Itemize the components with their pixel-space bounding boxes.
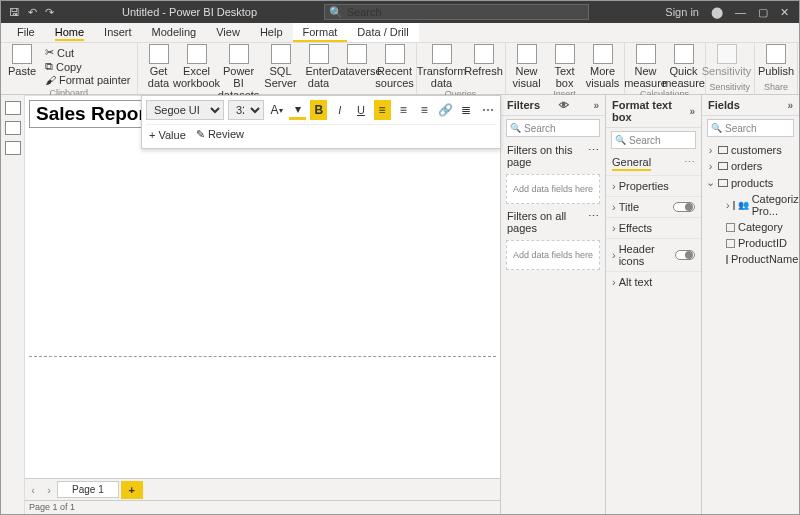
font-size-select[interactable]: 32 bbox=[228, 100, 264, 120]
tab-insert[interactable]: Insert bbox=[94, 23, 142, 42]
prop-effects[interactable]: Effects bbox=[606, 217, 701, 238]
link-button[interactable]: 🔗 bbox=[437, 100, 454, 120]
recent-sources-button[interactable]: Recent sources bbox=[378, 44, 412, 89]
tab-home[interactable]: Home bbox=[45, 23, 94, 42]
close-icon[interactable]: ✕ bbox=[780, 6, 789, 19]
tab-format[interactable]: Format bbox=[293, 23, 348, 42]
text-box-button[interactable]: Text box bbox=[548, 44, 582, 89]
ribbon-tabs: File Home Insert Modeling View Help Form… bbox=[1, 23, 799, 43]
font-family-select[interactable]: Segoe UI bbox=[146, 100, 224, 120]
group-share-label: Share bbox=[759, 82, 793, 93]
prop-properties[interactable]: Properties bbox=[606, 175, 701, 196]
report-canvas[interactable]: Sales Report Segoe UI 32 A▾ ▾ B I U ≡ ≡ … bbox=[25, 95, 500, 478]
filters-all-dropzone[interactable]: Add data fields here bbox=[506, 240, 600, 270]
minimize-icon[interactable]: — bbox=[735, 6, 746, 18]
dataverse-button[interactable]: Dataverse bbox=[340, 44, 374, 77]
list-button[interactable]: ≣ bbox=[458, 100, 475, 120]
excel-button[interactable]: Excel workbook bbox=[180, 44, 214, 89]
global-search[interactable]: 🔍 Search bbox=[324, 4, 589, 20]
review-button[interactable]: ✎ Review bbox=[196, 128, 244, 141]
page-next-icon[interactable]: › bbox=[41, 484, 57, 496]
filters-page-dropzone[interactable]: Add data fields here bbox=[506, 174, 600, 204]
format-search[interactable]: Search bbox=[611, 131, 696, 149]
field-categorized[interactable]: ›👥Categorized Pro... bbox=[706, 191, 795, 219]
tab-help[interactable]: Help bbox=[250, 23, 293, 42]
view-rail bbox=[1, 95, 25, 514]
filters-search[interactable]: Search bbox=[506, 119, 600, 137]
title-toggle[interactable] bbox=[673, 202, 695, 212]
tab-file[interactable]: File bbox=[7, 23, 45, 42]
filters-all-pages-label: Filters on all pages⋯ bbox=[501, 206, 605, 238]
textbox-sales-report[interactable]: Sales Report bbox=[29, 100, 159, 128]
maximize-icon[interactable]: ▢ bbox=[758, 6, 768, 19]
field-productname[interactable]: ProductName bbox=[706, 251, 795, 267]
ribbon: Paste ✂ Cut ⧉ Copy 🖌 Format painter Clip… bbox=[1, 43, 799, 95]
font-color-button[interactable]: A▾ bbox=[268, 100, 285, 120]
format-general-tab[interactable]: General bbox=[612, 156, 651, 171]
fields-collapse-icon[interactable]: » bbox=[787, 100, 793, 111]
table-customers[interactable]: ›customers bbox=[706, 142, 795, 158]
fields-heading: Fields bbox=[708, 99, 740, 111]
sql-server-button[interactable]: SQL Server bbox=[264, 44, 298, 89]
field-category[interactable]: Category bbox=[706, 219, 795, 235]
align-right-button[interactable]: ≡ bbox=[416, 100, 433, 120]
filters-collapse-icon[interactable]: » bbox=[593, 100, 599, 111]
transform-data-button[interactable]: Transform data bbox=[421, 44, 463, 89]
data-view-icon[interactable] bbox=[5, 121, 21, 135]
window-title: Untitled - Power BI Desktop bbox=[122, 6, 257, 18]
copy-button[interactable]: ⧉ Copy bbox=[45, 60, 131, 73]
undo-icon[interactable]: ↶ bbox=[28, 6, 37, 19]
table-icon bbox=[718, 146, 728, 154]
paste-button[interactable]: Paste bbox=[5, 44, 39, 77]
fields-search[interactable]: Search bbox=[707, 119, 794, 137]
align-left-button[interactable]: ≡ bbox=[374, 100, 391, 120]
text-format-toolbar: Segoe UI 32 A▾ ▾ B I U ≡ ≡ ≡ 🔗 ≣ ⋯ + Val… bbox=[141, 95, 501, 149]
publish-button[interactable]: Publish bbox=[759, 44, 793, 77]
more-button[interactable]: ⋯ bbox=[479, 100, 496, 120]
report-view-icon[interactable] bbox=[5, 101, 21, 115]
signin-link[interactable]: Sign in bbox=[665, 6, 699, 18]
status-bar: Page 1 of 1 bbox=[25, 500, 500, 514]
underline-button[interactable]: U bbox=[352, 100, 369, 120]
bold-button[interactable]: B bbox=[310, 100, 327, 120]
tab-datadrill[interactable]: Data / Drill bbox=[347, 23, 418, 42]
new-measure-button[interactable]: New measure bbox=[629, 44, 663, 89]
more-visuals-button[interactable]: More visuals bbox=[586, 44, 620, 89]
format-heading: Format text box bbox=[612, 99, 689, 123]
italic-button[interactable]: I bbox=[331, 100, 348, 120]
new-visual-button[interactable]: New visual bbox=[510, 44, 544, 89]
filters-visibility-icon[interactable]: 👁 bbox=[559, 100, 569, 111]
canvas-divider bbox=[29, 356, 496, 357]
enter-data-button[interactable]: Enter data bbox=[302, 44, 336, 89]
table-products[interactable]: ⌄products bbox=[706, 174, 795, 191]
filters-on-page-label: Filters on this page⋯ bbox=[501, 140, 605, 172]
model-view-icon[interactable] bbox=[5, 141, 21, 155]
field-productid[interactable]: ProductID bbox=[706, 235, 795, 251]
add-value-button[interactable]: + Value bbox=[149, 129, 186, 141]
table-icon bbox=[718, 162, 728, 170]
format-painter-button[interactable]: 🖌 Format painter bbox=[45, 74, 131, 86]
format-more-icon[interactable]: ⋯ bbox=[684, 156, 695, 169]
refresh-button[interactable]: Refresh bbox=[467, 44, 501, 77]
pbi-datasets-button[interactable]: Power BI datasets bbox=[218, 44, 260, 101]
cut-button[interactable]: ✂ Cut bbox=[45, 46, 131, 59]
add-page-button[interactable]: + bbox=[121, 481, 143, 499]
tab-view[interactable]: View bbox=[206, 23, 250, 42]
page-prev-icon[interactable]: ‹ bbox=[25, 484, 41, 496]
prop-header-icons[interactable]: Header icons bbox=[606, 238, 701, 271]
quick-measure-button[interactable]: Quick measure bbox=[667, 44, 701, 89]
prop-alt-text[interactable]: Alt text bbox=[606, 271, 701, 292]
prop-title[interactable]: Title bbox=[606, 196, 701, 217]
get-data-button[interactable]: Get data bbox=[142, 44, 176, 89]
format-collapse-icon[interactable]: » bbox=[689, 106, 695, 117]
save-icon[interactable]: 🖫 bbox=[9, 6, 20, 19]
sensitivity-button[interactable]: Sensitivity bbox=[710, 44, 744, 77]
align-center-button[interactable]: ≡ bbox=[395, 100, 412, 120]
page-tab-1[interactable]: Page 1 bbox=[57, 481, 119, 498]
tab-modeling[interactable]: Modeling bbox=[142, 23, 207, 42]
highlight-button[interactable]: ▾ bbox=[289, 100, 306, 120]
table-orders[interactable]: ›orders bbox=[706, 158, 795, 174]
avatar-icon[interactable]: ⬤ bbox=[711, 6, 723, 19]
header-toggle[interactable] bbox=[675, 250, 695, 260]
redo-icon[interactable]: ↷ bbox=[45, 6, 54, 19]
